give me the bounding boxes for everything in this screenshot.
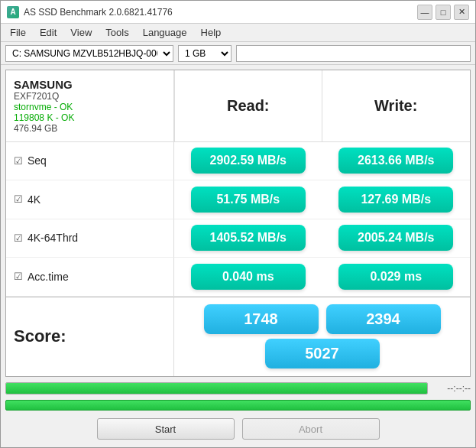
menu-bar: File Edit View Tools Language Help xyxy=(1,24,475,42)
seq-write-cell: 2613.66 MB/s xyxy=(322,142,471,181)
acctime-write-cell: 0.029 ms xyxy=(322,258,471,297)
4k64-read-cell: 1405.52 MB/s xyxy=(174,219,322,258)
button-row: Start Abort xyxy=(5,414,471,443)
read-header: Read: xyxy=(174,70,322,142)
main-window: A AS SSD Benchmark 2.0.6821.41776 — □ ✕ … xyxy=(0,0,476,448)
acctime-label: Acc.time xyxy=(28,271,69,283)
score-label: Score: xyxy=(6,297,174,377)
seq-write-badge: 2613.66 MB/s xyxy=(338,148,453,174)
write-header: Write: xyxy=(322,70,471,142)
maximize-button[interactable]: □ xyxy=(436,5,451,20)
score-top-row: 1748 2394 xyxy=(204,304,441,334)
4k64-write-badge: 2005.24 MB/s xyxy=(338,225,453,251)
drive-select[interactable]: C: SAMSUNG MZVLB512HBJQ-00000 xyxy=(5,45,173,62)
seq-label-cell: ☑ Seq xyxy=(6,142,174,181)
menu-file[interactable]: File xyxy=(4,25,32,40)
size-select[interactable]: 1 GB xyxy=(178,45,232,62)
menu-help[interactable]: Help xyxy=(195,25,228,40)
acctime-read-cell: 0.040 ms xyxy=(174,258,322,297)
start-button[interactable]: Start xyxy=(97,418,235,440)
app-icon: A xyxy=(7,6,19,18)
title-bar-buttons: — □ ✕ xyxy=(417,5,469,20)
menu-edit[interactable]: Edit xyxy=(34,25,63,40)
seq-label: Seq xyxy=(28,154,47,167)
menu-view[interactable]: View xyxy=(64,25,98,40)
4k-write-cell: 127.69 MB/s xyxy=(322,180,471,219)
4k-write-badge: 127.69 MB/s xyxy=(338,187,453,213)
4k64-label: 4K-64Thrd xyxy=(28,232,78,244)
4k64-read-badge: 1405.52 MB/s xyxy=(191,225,306,251)
drive-model: EXF7201Q xyxy=(14,91,59,102)
seq-read-cell: 2902.59 MB/s xyxy=(174,142,322,181)
acctime-checkbox[interactable]: ☑ xyxy=(14,271,23,282)
acctime-label-cell: ☑ Acc.time xyxy=(6,258,174,297)
toolbar: C: SAMSUNG MZVLB512HBJQ-00000 1 GB xyxy=(1,42,475,65)
abort-button[interactable]: Abort xyxy=(242,418,380,440)
score-values: 1748 2394 5027 xyxy=(174,297,470,377)
toolbar-spacer xyxy=(236,45,471,62)
title-bar: A AS SSD Benchmark 2.0.6821.41776 — □ ✕ xyxy=(1,1,475,24)
drive-status2: 119808 K - OK xyxy=(14,112,74,123)
window-title: AS SSD Benchmark 2.0.6821.41776 xyxy=(24,7,173,18)
seq-read-badge: 2902.59 MB/s xyxy=(191,148,306,174)
4k64-write-cell: 2005.24 MB/s xyxy=(322,219,471,258)
acctime-read-badge: 0.040 ms xyxy=(191,264,306,290)
progress-bar-outer xyxy=(5,382,428,394)
4k-label: 4K xyxy=(28,193,40,206)
main-content: SAMSUNG EXF7201Q stornvme - OK 119808 K … xyxy=(1,65,475,447)
green-status-bar xyxy=(5,400,471,411)
4k64-checkbox[interactable]: ☑ xyxy=(14,232,23,244)
acctime-write-badge: 0.029 ms xyxy=(338,264,453,290)
4k-checkbox[interactable]: ☑ xyxy=(14,193,23,205)
4k-read-badge: 51.75 MB/s xyxy=(191,187,306,213)
progress-time: --:--:-- xyxy=(432,383,471,394)
minimize-button[interactable]: — xyxy=(417,5,432,20)
drive-name: SAMSUNG xyxy=(14,78,73,91)
4k-read-cell: 51.75 MB/s xyxy=(174,180,322,219)
menu-tools[interactable]: Tools xyxy=(99,25,134,40)
drive-size: 476.94 GB xyxy=(14,123,57,134)
benchmark-table: SAMSUNG EXF7201Q stornvme - OK 119808 K … xyxy=(5,70,471,377)
seq-checkbox[interactable]: ☑ xyxy=(14,155,23,167)
score-write-badge: 2394 xyxy=(326,304,441,334)
close-button[interactable]: ✕ xyxy=(454,5,469,20)
4k-label-cell: ☑ 4K xyxy=(6,180,174,219)
score-read-badge: 1748 xyxy=(204,304,319,334)
progress-bar-inner xyxy=(6,383,427,394)
score-total-badge: 5027 xyxy=(265,339,380,368)
menu-language[interactable]: Language xyxy=(137,25,193,40)
drive-info: SAMSUNG EXF7201Q stornvme - OK 119808 K … xyxy=(6,70,174,142)
progress-area: --:--:-- xyxy=(5,380,471,397)
4k64-label-cell: ☑ 4K-64Thrd xyxy=(6,219,174,258)
drive-status1: stornvme - OK xyxy=(14,102,73,112)
title-bar-left: A AS SSD Benchmark 2.0.6821.41776 xyxy=(7,6,173,18)
